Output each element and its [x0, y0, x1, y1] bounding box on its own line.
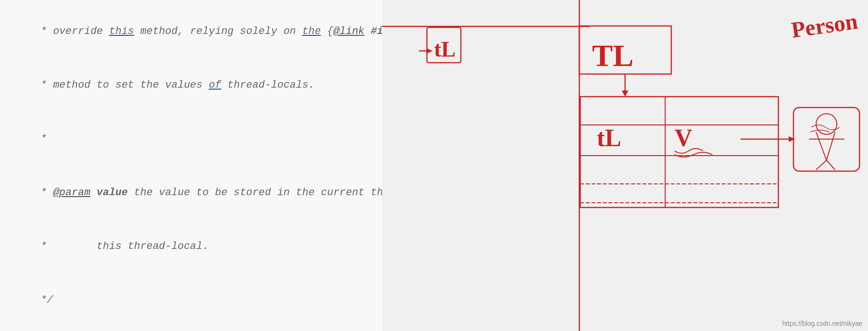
svg-text:tL: tL: [434, 37, 456, 61]
code-line-2: * method to set the values of thread-loc…: [9, 58, 377, 112]
code-line-5: * this thread-local.: [9, 220, 377, 273]
comment-text-4: * @param value the value to be stored in…: [34, 187, 387, 199]
svg-text:TL: TL: [592, 38, 634, 73]
code-line-4: * @param value the value to be stored in…: [9, 166, 377, 220]
comment-text-2: * method to set the values of thread-loc…: [34, 79, 315, 91]
code-line-3: *: [9, 112, 377, 166]
annotation-area: tL TL tL V: [382, 0, 868, 331]
comment-text-1: * override this method, relying solely o…: [34, 25, 387, 37]
watermark: https://blog.csdn.net/nikyae: [782, 320, 862, 327]
code-line-6: */: [9, 273, 377, 327]
comment-text-3: *: [34, 133, 47, 145]
annotation-svg: tL TL tL V: [382, 0, 868, 331]
comment-text-6: */: [34, 294, 53, 306]
svg-text:V: V: [675, 124, 693, 151]
code-line-1: * override this method, relying solely o…: [9, 5, 377, 58]
svg-text:tL: tL: [597, 124, 621, 151]
code-line-7: public void set(T value) {: [9, 327, 377, 331]
code-area: * override this method, relying solely o…: [0, 0, 387, 331]
comment-text-5: * this thread-local.: [34, 240, 209, 252]
